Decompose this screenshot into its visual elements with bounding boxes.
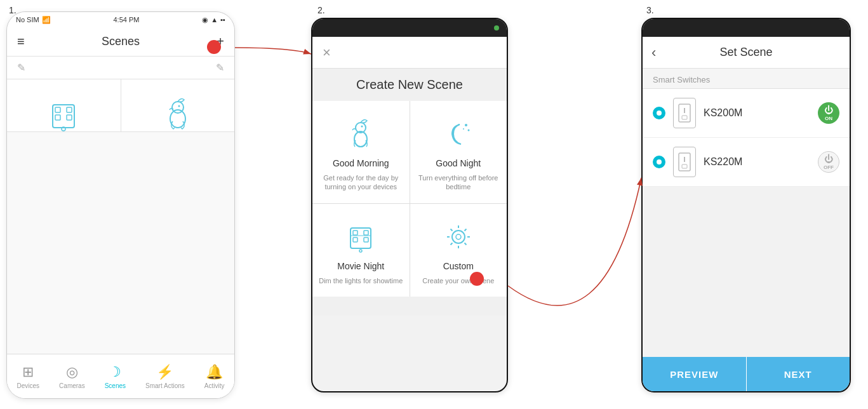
phone-2: × Create New Scene Good Morning Get read…: [311, 18, 508, 392]
tab-cameras[interactable]: ◎ Cameras: [59, 364, 85, 389]
svg-point-8: [172, 102, 184, 113]
status-dot: [494, 25, 499, 30]
add-scene-button[interactable]: +: [217, 34, 224, 49]
phone3-top-bar: [643, 19, 850, 37]
svg-point-23: [452, 231, 465, 243]
power-on-icon: ⏻: [824, 105, 833, 115]
power-button-ks220m[interactable]: ⏻ OFF: [818, 151, 839, 173]
step-2-label: 2.: [317, 5, 325, 15]
wifi-icon: 📶: [42, 16, 51, 24]
step-3-label: 3.: [646, 5, 654, 15]
movie-night-option-desc: Dim the lights for showtime: [319, 276, 403, 285]
svg-rect-3: [55, 115, 60, 120]
custom-option-icon: [439, 218, 477, 256]
svg-point-13: [465, 124, 467, 126]
back-button[interactable]: ‹: [651, 44, 656, 61]
scenes-nav-bar: ≡ Scenes +: [7, 27, 234, 57]
good-night-option-name: Good Night: [436, 158, 481, 168]
power-button-ks200m[interactable]: ⏻ ON: [818, 102, 839, 124]
edit-bar: ✎ ✎: [7, 57, 234, 79]
svg-point-15: [463, 128, 464, 130]
svg-point-22: [359, 250, 362, 252]
phone2-bottom-strip: [312, 297, 507, 316]
power-on-label: ON: [825, 116, 832, 121]
device-list: KS200M ⏻ ON KS220M ⏻ OFF: [643, 89, 850, 187]
svg-rect-30: [682, 164, 687, 168]
device-name-ks200m: KS200M: [704, 107, 810, 119]
rooster-icon: [156, 92, 200, 137]
signal-icon: ▲: [211, 16, 218, 23]
svg-point-14: [467, 130, 469, 131]
scene-option-good-night[interactable]: Good Night Turn everything off before be…: [410, 101, 507, 203]
status-bar: No SIM 📶 4:54 PM ◉ ▲ ▪▪: [7, 12, 234, 27]
tab-devices[interactable]: ⊞ Devices: [17, 364, 40, 389]
good-night-option-desc: Turn everything off before bedtime: [417, 173, 501, 192]
phone2-header: ×: [312, 37, 507, 69]
device-radio-ks220m[interactable]: [653, 156, 665, 168]
device-name-ks220m: KS220M: [704, 156, 810, 168]
action-bar: PREVIEW NEXT: [643, 357, 850, 391]
radio-inner-2: [657, 159, 662, 164]
svg-rect-17: [353, 231, 357, 235]
edit-right-icon[interactable]: ✎: [216, 62, 224, 74]
create-scene-title-bar: Create New Scene: [312, 69, 507, 100]
activity-label: Activity: [204, 382, 225, 389]
svg-rect-20: [364, 238, 368, 242]
set-scene-nav: ‹ Set Scene: [643, 37, 850, 69]
switch-icon-ks220m: [673, 147, 696, 177]
smart-switches-label: Smart Switches: [643, 69, 850, 89]
tab-scenes[interactable]: ☽ Scenes: [105, 364, 126, 389]
scene-option-custom[interactable]: Custom Create your own scene: [410, 204, 507, 297]
create-scene-title: Create New Scene: [356, 77, 463, 92]
edit-left-icon[interactable]: ✎: [17, 62, 25, 74]
custom-option-name: Custom: [443, 261, 474, 271]
status-left: No SIM 📶: [16, 16, 51, 24]
cameras-label: Cameras: [59, 382, 85, 389]
battery-icon: ▪▪: [220, 16, 225, 23]
scenes-title: Scenes: [102, 35, 140, 48]
switch-icon-ks200m: [673, 98, 696, 128]
device-row-ks200m: KS200M ⏻ ON: [643, 89, 850, 138]
set-scene-title: Set Scene: [719, 46, 772, 59]
good-morning-option-icon: [342, 115, 380, 153]
svg-rect-0: [53, 105, 74, 128]
smart-actions-icon: ⚡: [156, 364, 173, 380]
svg-rect-27: [682, 116, 687, 119]
movie-night-option-name: Movie Night: [337, 261, 384, 271]
svg-rect-4: [67, 115, 72, 120]
status-right: ◉ ▲ ▪▪: [202, 16, 225, 24]
phone-3: ‹ Set Scene Smart Switches KS200M ⏻ ON: [641, 18, 851, 392]
svg-rect-18: [364, 231, 368, 235]
menu-icon[interactable]: ≡: [17, 34, 25, 49]
devices-label: Devices: [17, 382, 40, 389]
phone2-top-bar: [312, 19, 507, 37]
svg-rect-19: [353, 238, 357, 242]
good-night-option-icon: [439, 115, 477, 153]
svg-point-10: [354, 131, 367, 147]
carrier-text: No SIM: [16, 16, 39, 23]
svg-point-12: [361, 126, 363, 128]
movie-icon: [41, 92, 86, 137]
tab-activity[interactable]: 🔔 Activity: [204, 364, 225, 389]
custom-option-desc: Create your own scene: [422, 276, 494, 285]
scene-option-good-morning[interactable]: Good Morning Get ready for the day by tu…: [312, 101, 410, 203]
good-morning-option-name: Good Morning: [333, 158, 389, 168]
scenes-tab-label: Scenes: [105, 382, 126, 389]
device-row-ks220m: KS220M ⏻ OFF: [643, 138, 850, 187]
power-off-icon: ⏻: [824, 154, 833, 164]
cameras-icon: ◎: [66, 364, 78, 380]
scene-options-grid: Good Morning Get ready for the day by tu…: [312, 101, 507, 297]
svg-rect-2: [67, 107, 72, 112]
time-display: 4:54 PM: [114, 16, 140, 23]
svg-rect-1: [55, 107, 60, 112]
device-radio-ks200m[interactable]: [653, 107, 665, 119]
scene-option-movie-night[interactable]: Movie Night Dim the lights for showtime: [312, 204, 410, 297]
power-off-label: OFF: [824, 164, 834, 170]
close-button[interactable]: ×: [323, 44, 331, 61]
preview-button[interactable]: PREVIEW: [643, 357, 747, 391]
tab-bar: ⊞ Devices ◎ Cameras ☽ Scenes ⚡ Smart Act…: [7, 354, 234, 398]
scenes-icon: ☽: [109, 364, 121, 380]
tab-smart-actions[interactable]: ⚡ Smart Actions: [145, 364, 185, 389]
svg-point-24: [456, 234, 461, 239]
next-button[interactable]: NEXT: [747, 357, 850, 391]
